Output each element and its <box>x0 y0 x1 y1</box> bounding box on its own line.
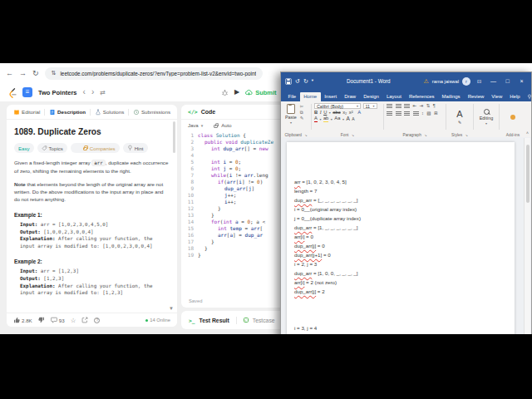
help-icon[interactable]: ? <box>94 318 100 323</box>
word-tab-layout[interactable]: Layout <box>382 92 405 101</box>
submit-button[interactable]: Submit <box>245 89 276 96</box>
word-tab-draw[interactable]: Draw <box>341 92 360 101</box>
dialog-launcher-icon[interactable]: ↘ <box>424 133 426 137</box>
dialog-launcher-icon[interactable]: ↘ <box>466 133 468 137</box>
tab-submissions[interactable]: Submissions <box>132 109 171 116</box>
topics-badge[interactable]: Topics <box>37 143 67 153</box>
italic-button[interactable]: I <box>320 111 322 116</box>
language-select[interactable]: Java <box>188 123 199 128</box>
styles-button[interactable]: A✎ <box>449 103 470 131</box>
shading-button[interactable]: ▨ <box>426 111 431 116</box>
close-icon[interactable]: × <box>516 78 527 84</box>
auto-label[interactable]: Auto <box>221 123 231 128</box>
back-icon[interactable]: ← <box>6 70 13 77</box>
pilcrow-button[interactable]: ¶ <box>433 104 436 109</box>
word-tab-home[interactable]: Home <box>300 92 321 101</box>
shrink-font-button[interactable]: A <box>352 117 354 121</box>
font-color-button[interactable]: A <box>314 116 318 122</box>
line-spacing-button[interactable]: ↕ <box>421 111 424 116</box>
shuffle-icon[interactable]: ⇄ <box>100 89 106 96</box>
change-case-button[interactable]: Aa <box>334 116 340 121</box>
bullets-button[interactable] <box>387 104 392 108</box>
ribbon-display-icon[interactable]: ⊡ <box>474 78 485 84</box>
word-tab-design[interactable]: Design <box>360 92 383 101</box>
save-icon[interactable] <box>285 78 292 85</box>
dialog-launcher-icon[interactable]: ↘ <box>352 133 354 137</box>
companies-badge[interactable]: Companies <box>71 143 120 153</box>
share-button[interactable] <box>81 317 88 323</box>
tab-solutions[interactable]: Solutions <box>94 109 125 116</box>
word-tab-help[interactable]: Help <box>506 92 524 101</box>
leetcode-logo[interactable] <box>7 87 17 98</box>
underline-button[interactable]: U <box>323 111 327 116</box>
undo-icon[interactable]: ↺ <box>295 78 300 84</box>
test-result-tab[interactable]: Test Result <box>200 318 229 323</box>
strikethrough-button[interactable]: abc <box>332 111 340 116</box>
text-effects-button[interactable]: A <box>357 111 361 116</box>
site-settings-icon[interactable]: ⇅ <box>52 70 57 76</box>
document-page[interactable]: arr = [1, 0, 2, 3, 0, 4, 5]length = 7dup… <box>287 142 515 362</box>
scroll-down-icon[interactable]: ▼ <box>169 306 174 311</box>
account-name[interactable]: rama jaiswal <box>432 79 459 84</box>
comments-button[interactable]: 93 <box>51 317 65 323</box>
superscript-button[interactable]: x² <box>349 111 353 116</box>
sort-button[interactable]: ⇅ <box>426 104 431 109</box>
redo-icon[interactable]: ↻ <box>303 78 308 84</box>
word-tab-review[interactable]: Review <box>464 92 488 101</box>
word-tab-mailings[interactable]: Mailings <box>438 92 464 101</box>
increase-indent-button[interactable]: ⇥ <box>420 104 424 109</box>
word-scrollbar[interactable] <box>524 138 530 345</box>
align-left-button[interactable] <box>387 111 392 116</box>
align-center-button[interactable] <box>396 111 401 116</box>
highlight-button[interactable]: ab <box>323 116 328 122</box>
next-problem-icon[interactable]: › <box>91 88 94 96</box>
justify-button[interactable] <box>413 111 419 116</box>
word-scrollbar-thumb[interactable] <box>526 145 530 203</box>
editing-button[interactable]: Editing ▾ <box>476 103 496 131</box>
word-tab-file[interactable]: File <box>284 92 300 101</box>
hint-badge[interactable]: Hint <box>123 143 148 153</box>
collapse-ribbon-icon[interactable]: ˄ <box>526 131 529 135</box>
word-tab-insert[interactable]: Insert <box>321 92 341 101</box>
prev-problem-icon[interactable]: ‹ <box>83 88 86 96</box>
align-right-button[interactable] <box>404 111 410 116</box>
grow-font-button[interactable]: A <box>346 116 349 122</box>
minimize-icon[interactable]: — <box>488 78 499 84</box>
like-button[interactable]: 2.8K <box>13 317 32 323</box>
dislike-button[interactable] <box>38 317 45 323</box>
font-name-select[interactable]: Calibri (Body)▾ <box>314 103 361 109</box>
forward-icon[interactable]: → <box>19 70 27 77</box>
maximize-icon[interactable]: □ <box>502 78 513 84</box>
tell-me-button[interactable]: Tell me <box>527 94 532 101</box>
word-tab-view[interactable]: View <box>488 92 506 101</box>
run-icon[interactable]: ▶ <box>234 89 239 96</box>
difficulty-badge[interactable]: Easy <box>14 143 34 153</box>
url-field[interactable]: ⇅ leetcode.com/problems/duplicate-zeros/… <box>45 67 263 80</box>
refresh-icon[interactable]: ↻ <box>32 70 39 77</box>
cut-icon[interactable]: ✂ <box>300 105 304 110</box>
dialog-launcher-icon[interactable]: ↘ <box>304 133 307 137</box>
numbering-button[interactable] <box>396 104 401 108</box>
quick-access-more-icon[interactable]: ▾ <box>312 79 313 83</box>
problem-list-icon[interactable]: ≡ <box>22 87 32 97</box>
multilevel-list-button[interactable] <box>404 104 410 108</box>
bold-button[interactable]: B <box>314 111 318 116</box>
copy-icon[interactable]: ⧉ <box>300 111 304 116</box>
warning-icon[interactable]: ⚠ <box>424 78 429 85</box>
word-tab-references[interactable]: References <box>405 92 438 101</box>
font-size-select[interactable]: 11▾ <box>363 103 377 109</box>
tab-editorial[interactable]: Editorial <box>12 109 41 116</box>
subscript-button[interactable]: x₂ <box>342 111 347 116</box>
decrease-indent-button[interactable]: ⇤ <box>413 104 417 109</box>
paste-button[interactable]: Paste ▾ <box>283 103 298 131</box>
avatar[interactable]: r <box>462 77 470 86</box>
tab-description[interactable]: Description <box>48 109 86 116</box>
debug-icon[interactable] <box>221 89 229 96</box>
testcase-tab[interactable]: Testcase <box>253 318 275 323</box>
panel-scrollbar[interactable] <box>173 121 175 153</box>
problem-list-name[interactable]: Two Pointers <box>38 89 77 96</box>
addins-button[interactable] <box>502 103 524 131</box>
favorite-button[interactable]: ☆ <box>71 317 76 324</box>
chevron-down-icon[interactable]: ▾ <box>329 111 331 115</box>
borders-button[interactable]: ⊞ <box>434 111 438 116</box>
